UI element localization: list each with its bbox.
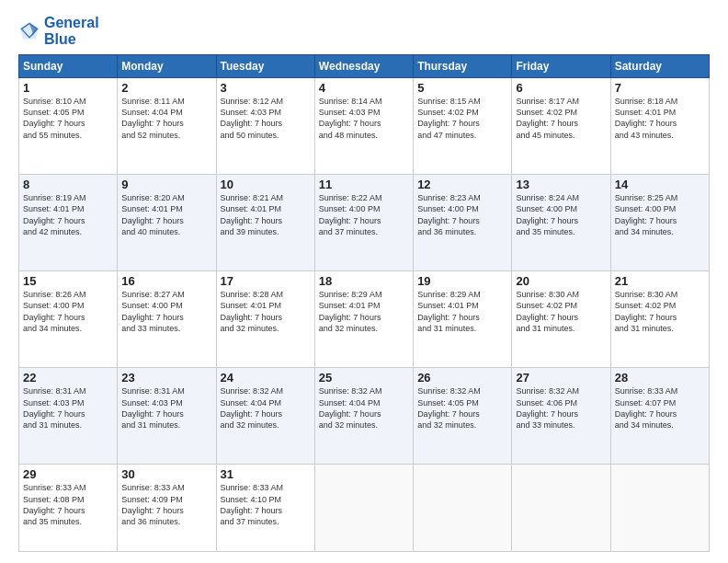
calendar-cell: 13Sunrise: 8:24 AMSunset: 4:00 PMDayligh… bbox=[512, 175, 610, 271]
calendar-week-2: 8Sunrise: 8:19 AMSunset: 4:01 PMDaylight… bbox=[19, 175, 710, 271]
header-monday: Monday bbox=[118, 55, 216, 78]
day-info: Sunrise: 8:27 AMSunset: 4:00 PMDaylight:… bbox=[121, 289, 211, 334]
calendar-cell: 16Sunrise: 8:27 AMSunset: 4:00 PMDayligh… bbox=[118, 271, 216, 368]
day-number: 24 bbox=[221, 371, 311, 385]
day-number: 5 bbox=[417, 81, 507, 95]
header-tuesday: Tuesday bbox=[216, 55, 314, 78]
day-number: 13 bbox=[516, 178, 606, 191]
day-number: 23 bbox=[121, 371, 211, 385]
day-info: Sunrise: 8:33 AMSunset: 4:07 PMDaylight:… bbox=[615, 385, 705, 431]
day-number: 15 bbox=[23, 274, 113, 288]
day-number: 12 bbox=[417, 178, 507, 191]
day-info: Sunrise: 8:32 AMSunset: 4:05 PMDaylight:… bbox=[417, 385, 507, 431]
calendar-cell: 1Sunrise: 8:10 AMSunset: 4:05 PMDaylight… bbox=[19, 78, 118, 175]
day-info: Sunrise: 8:28 AMSunset: 4:01 PMDaylight:… bbox=[221, 289, 311, 334]
day-info: Sunrise: 8:31 AMSunset: 4:03 PMDaylight:… bbox=[23, 385, 113, 431]
day-number: 9 bbox=[121, 178, 211, 191]
calendar-cell: 6Sunrise: 8:17 AMSunset: 4:02 PMDaylight… bbox=[512, 78, 610, 175]
calendar-cell: 25Sunrise: 8:32 AMSunset: 4:04 PMDayligh… bbox=[314, 368, 413, 465]
calendar-cell: 21Sunrise: 8:30 AMSunset: 4:02 PMDayligh… bbox=[610, 271, 709, 368]
calendar-cell: 15Sunrise: 8:26 AMSunset: 4:00 PMDayligh… bbox=[19, 271, 118, 368]
day-info: Sunrise: 8:24 AMSunset: 4:00 PMDaylight:… bbox=[516, 192, 606, 237]
calendar-cell: 27Sunrise: 8:32 AMSunset: 4:06 PMDayligh… bbox=[512, 368, 610, 465]
calendar-cell: 20Sunrise: 8:30 AMSunset: 4:02 PMDayligh… bbox=[512, 271, 610, 368]
calendar-cell bbox=[414, 465, 512, 552]
calendar-cell: 9Sunrise: 8:20 AMSunset: 4:01 PMDaylight… bbox=[118, 175, 216, 271]
calendar-cell: 28Sunrise: 8:33 AMSunset: 4:07 PMDayligh… bbox=[610, 368, 709, 465]
calendar-cell: 2Sunrise: 8:11 AMSunset: 4:04 PMDaylight… bbox=[118, 78, 216, 175]
calendar-cell: 22Sunrise: 8:31 AMSunset: 4:03 PMDayligh… bbox=[19, 368, 118, 465]
day-info: Sunrise: 8:20 AMSunset: 4:01 PMDaylight:… bbox=[121, 192, 211, 237]
calendar-week-1: 1Sunrise: 8:10 AMSunset: 4:05 PMDaylight… bbox=[19, 78, 710, 175]
day-number: 10 bbox=[221, 178, 311, 191]
day-info: Sunrise: 8:29 AMSunset: 4:01 PMDaylight:… bbox=[417, 289, 507, 334]
calendar-cell bbox=[610, 465, 709, 552]
calendar-table: SundayMondayTuesdayWednesdayThursdayFrid… bbox=[18, 54, 710, 552]
header-sunday: Sunday bbox=[19, 55, 118, 78]
calendar-cell: 18Sunrise: 8:29 AMSunset: 4:01 PMDayligh… bbox=[314, 271, 413, 368]
calendar-cell: 29Sunrise: 8:33 AMSunset: 4:08 PMDayligh… bbox=[19, 465, 118, 552]
day-info: Sunrise: 8:23 AMSunset: 4:00 PMDaylight:… bbox=[417, 192, 507, 237]
calendar-cell: 23Sunrise: 8:31 AMSunset: 4:03 PMDayligh… bbox=[118, 368, 216, 465]
day-info: Sunrise: 8:33 AMSunset: 4:09 PMDaylight:… bbox=[121, 482, 211, 527]
day-info: Sunrise: 8:30 AMSunset: 4:02 PMDaylight:… bbox=[516, 289, 606, 334]
day-number: 3 bbox=[221, 81, 311, 95]
day-number: 7 bbox=[615, 81, 705, 95]
day-number: 14 bbox=[615, 178, 705, 191]
day-number: 26 bbox=[417, 371, 507, 385]
day-number: 6 bbox=[516, 81, 606, 95]
calendar-cell: 3Sunrise: 8:12 AMSunset: 4:03 PMDaylight… bbox=[216, 78, 314, 175]
day-info: Sunrise: 8:32 AMSunset: 4:06 PMDaylight:… bbox=[516, 385, 606, 431]
calendar-cell: 12Sunrise: 8:23 AMSunset: 4:00 PMDayligh… bbox=[414, 175, 512, 271]
day-info: Sunrise: 8:26 AMSunset: 4:00 PMDaylight:… bbox=[23, 289, 113, 334]
calendar-cell: 10Sunrise: 8:21 AMSunset: 4:01 PMDayligh… bbox=[216, 175, 314, 271]
day-info: Sunrise: 8:11 AMSunset: 4:04 PMDaylight:… bbox=[121, 96, 211, 141]
day-info: Sunrise: 8:10 AMSunset: 4:05 PMDaylight:… bbox=[23, 96, 113, 141]
day-number: 11 bbox=[319, 178, 409, 191]
calendar-cell: 11Sunrise: 8:22 AMSunset: 4:00 PMDayligh… bbox=[314, 175, 413, 271]
calendar-cell: 19Sunrise: 8:29 AMSunset: 4:01 PMDayligh… bbox=[414, 271, 512, 368]
calendar-cell: 4Sunrise: 8:14 AMSunset: 4:03 PMDaylight… bbox=[314, 78, 413, 175]
day-number: 4 bbox=[319, 81, 409, 95]
day-info: Sunrise: 8:19 AMSunset: 4:01 PMDaylight:… bbox=[23, 192, 113, 237]
day-info: Sunrise: 8:17 AMSunset: 4:02 PMDaylight:… bbox=[516, 96, 606, 141]
calendar-cell bbox=[314, 465, 413, 552]
day-info: Sunrise: 8:33 AMSunset: 4:08 PMDaylight:… bbox=[23, 482, 113, 527]
day-number: 21 bbox=[615, 274, 705, 288]
day-number: 1 bbox=[23, 81, 113, 95]
header-wednesday: Wednesday bbox=[314, 55, 413, 78]
day-number: 20 bbox=[516, 274, 606, 288]
day-info: Sunrise: 8:18 AMSunset: 4:01 PMDaylight:… bbox=[615, 96, 705, 141]
header-friday: Friday bbox=[512, 55, 610, 78]
calendar-header-row: SundayMondayTuesdayWednesdayThursdayFrid… bbox=[19, 55, 710, 78]
day-info: Sunrise: 8:30 AMSunset: 4:02 PMDaylight:… bbox=[615, 289, 705, 334]
day-number: 16 bbox=[121, 274, 211, 288]
day-info: Sunrise: 8:31 AMSunset: 4:03 PMDaylight:… bbox=[121, 385, 211, 431]
header-saturday: Saturday bbox=[610, 55, 709, 78]
calendar-cell: 30Sunrise: 8:33 AMSunset: 4:09 PMDayligh… bbox=[118, 465, 216, 552]
calendar-cell: 24Sunrise: 8:32 AMSunset: 4:04 PMDayligh… bbox=[216, 368, 314, 465]
logo-text: General Blue bbox=[44, 15, 99, 47]
day-number: 25 bbox=[319, 371, 409, 385]
day-number: 27 bbox=[516, 371, 606, 385]
calendar-cell: 17Sunrise: 8:28 AMSunset: 4:01 PMDayligh… bbox=[216, 271, 314, 368]
calendar-cell bbox=[512, 465, 610, 552]
day-info: Sunrise: 8:33 AMSunset: 4:10 PMDaylight:… bbox=[221, 482, 311, 527]
day-number: 8 bbox=[23, 178, 113, 191]
day-info: Sunrise: 8:15 AMSunset: 4:02 PMDaylight:… bbox=[417, 96, 507, 141]
logo-icon bbox=[18, 20, 40, 42]
calendar-cell: 8Sunrise: 8:19 AMSunset: 4:01 PMDaylight… bbox=[19, 175, 118, 271]
day-number: 18 bbox=[319, 274, 409, 288]
day-number: 30 bbox=[121, 467, 211, 481]
calendar-cell: 31Sunrise: 8:33 AMSunset: 4:10 PMDayligh… bbox=[216, 465, 314, 552]
day-number: 28 bbox=[615, 371, 705, 385]
calendar-week-3: 15Sunrise: 8:26 AMSunset: 4:00 PMDayligh… bbox=[19, 271, 710, 368]
day-info: Sunrise: 8:21 AMSunset: 4:01 PMDaylight:… bbox=[221, 192, 311, 237]
day-info: Sunrise: 8:22 AMSunset: 4:00 PMDaylight:… bbox=[319, 192, 409, 237]
calendar-week-5: 29Sunrise: 8:33 AMSunset: 4:08 PMDayligh… bbox=[19, 465, 710, 552]
calendar-week-4: 22Sunrise: 8:31 AMSunset: 4:03 PMDayligh… bbox=[19, 368, 710, 465]
calendar-cell: 26Sunrise: 8:32 AMSunset: 4:05 PMDayligh… bbox=[414, 368, 512, 465]
header: General Blue bbox=[18, 15, 710, 47]
header-thursday: Thursday bbox=[414, 55, 512, 78]
day-info: Sunrise: 8:25 AMSunset: 4:00 PMDaylight:… bbox=[615, 192, 705, 237]
